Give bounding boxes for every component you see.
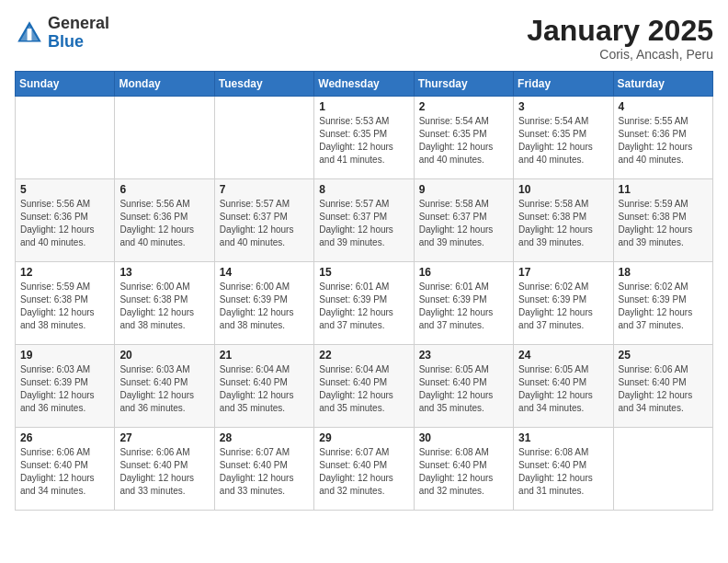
day-info: Sunrise: 5:59 AM Sunset: 6:38 PM Dayligh… <box>619 198 708 249</box>
calendar-cell: 26Sunrise: 6:06 AM Sunset: 6:40 PM Dayli… <box>16 428 115 511</box>
day-info: Sunrise: 6:01 AM Sunset: 6:39 PM Dayligh… <box>419 281 508 332</box>
calendar-cell: 6Sunrise: 5:56 AM Sunset: 6:36 PM Daylig… <box>115 179 214 262</box>
day-number: 18 <box>619 266 708 279</box>
logo: General Blue <box>15 15 109 52</box>
day-number: 9 <box>419 183 508 196</box>
calendar-cell: 4Sunrise: 5:55 AM Sunset: 6:36 PM Daylig… <box>613 97 712 179</box>
day-info: Sunrise: 6:06 AM Sunset: 6:40 PM Dayligh… <box>119 446 209 498</box>
day-number: 10 <box>518 183 608 196</box>
day-number: 25 <box>619 349 708 362</box>
calendar-cell: 12Sunrise: 5:59 AM Sunset: 6:38 PM Dayli… <box>16 262 115 345</box>
day-info: Sunrise: 5:56 AM Sunset: 6:36 PM Dayligh… <box>119 198 209 249</box>
calendar-cell: 18Sunrise: 6:02 AM Sunset: 6:39 PM Dayli… <box>613 262 712 345</box>
logo-text: General Blue <box>48 15 109 52</box>
calendar-cell: 9Sunrise: 5:58 AM Sunset: 6:37 PM Daylig… <box>414 179 513 262</box>
svg-rect-2 <box>28 29 32 40</box>
day-info: Sunrise: 6:06 AM Sunset: 6:40 PM Dayligh… <box>619 363 708 415</box>
day-info: Sunrise: 6:00 AM Sunset: 6:38 PM Dayligh… <box>119 281 209 332</box>
calendar-cell: 29Sunrise: 6:07 AM Sunset: 6:40 PM Dayli… <box>314 428 414 511</box>
calendar-cell: 13Sunrise: 6:00 AM Sunset: 6:38 PM Dayli… <box>115 262 214 345</box>
day-number: 14 <box>220 266 309 279</box>
calendar-cell: 24Sunrise: 6:05 AM Sunset: 6:40 PM Dayli… <box>514 345 613 428</box>
day-number: 13 <box>119 266 209 279</box>
day-info: Sunrise: 6:00 AM Sunset: 6:39 PM Dayligh… <box>220 281 309 332</box>
day-info: Sunrise: 5:56 AM Sunset: 6:36 PM Dayligh… <box>20 198 109 249</box>
day-info: Sunrise: 6:05 AM Sunset: 6:40 PM Dayligh… <box>419 363 508 415</box>
day-number: 24 <box>518 349 608 362</box>
calendar-body: 1Sunrise: 5:53 AM Sunset: 6:35 PM Daylig… <box>16 97 713 511</box>
calendar-week-row: 19Sunrise: 6:03 AM Sunset: 6:39 PM Dayli… <box>16 345 713 428</box>
day-number: 12 <box>20 266 109 279</box>
calendar-cell: 17Sunrise: 6:02 AM Sunset: 6:39 PM Dayli… <box>514 262 613 345</box>
day-number: 15 <box>319 266 408 279</box>
day-number: 8 <box>319 183 408 196</box>
calendar-cell: 8Sunrise: 5:57 AM Sunset: 6:37 PM Daylig… <box>314 179 414 262</box>
day-number: 30 <box>419 431 508 444</box>
weekday-header-row: SundayMondayTuesdayWednesdayThursdayFrid… <box>16 72 713 97</box>
calendar-cell: 10Sunrise: 5:58 AM Sunset: 6:38 PM Dayli… <box>514 179 613 262</box>
logo-icon <box>15 18 44 48</box>
day-info: Sunrise: 5:54 AM Sunset: 6:35 PM Dayligh… <box>419 115 508 167</box>
day-info: Sunrise: 6:07 AM Sunset: 6:40 PM Dayligh… <box>319 446 408 498</box>
day-info: Sunrise: 6:07 AM Sunset: 6:40 PM Dayligh… <box>220 446 309 498</box>
calendar-week-row: 12Sunrise: 5:59 AM Sunset: 6:38 PM Dayli… <box>16 262 713 345</box>
calendar-week-row: 5Sunrise: 5:56 AM Sunset: 6:36 PM Daylig… <box>16 179 713 262</box>
day-number: 20 <box>119 349 209 362</box>
day-number: 16 <box>419 266 508 279</box>
day-info: Sunrise: 6:05 AM Sunset: 6:40 PM Dayligh… <box>518 363 608 415</box>
day-number: 1 <box>319 100 408 113</box>
day-number: 26 <box>20 431 109 444</box>
day-info: Sunrise: 6:02 AM Sunset: 6:39 PM Dayligh… <box>518 281 608 332</box>
day-number: 2 <box>419 100 508 113</box>
calendar-cell: 1Sunrise: 5:53 AM Sunset: 6:35 PM Daylig… <box>314 97 414 179</box>
weekday-header-saturday: Saturday <box>613 72 712 97</box>
day-number: 28 <box>220 431 309 444</box>
day-info: Sunrise: 6:04 AM Sunset: 6:40 PM Dayligh… <box>220 363 309 415</box>
calendar-cell <box>214 97 313 179</box>
calendar-cell: 14Sunrise: 6:00 AM Sunset: 6:39 PM Dayli… <box>214 262 313 345</box>
day-info: Sunrise: 6:03 AM Sunset: 6:40 PM Dayligh… <box>119 363 209 415</box>
day-info: Sunrise: 5:57 AM Sunset: 6:37 PM Dayligh… <box>220 198 309 249</box>
day-number: 21 <box>220 349 309 362</box>
day-number: 7 <box>220 183 309 196</box>
calendar-cell: 27Sunrise: 6:06 AM Sunset: 6:40 PM Dayli… <box>115 428 214 511</box>
day-info: Sunrise: 5:55 AM Sunset: 6:36 PM Dayligh… <box>619 115 708 167</box>
calendar-cell: 7Sunrise: 5:57 AM Sunset: 6:37 PM Daylig… <box>214 179 313 262</box>
logo-blue-text: Blue <box>48 33 109 52</box>
day-info: Sunrise: 6:01 AM Sunset: 6:39 PM Dayligh… <box>319 281 408 332</box>
calendar-header: SundayMondayTuesdayWednesdayThursdayFrid… <box>16 72 713 97</box>
calendar-cell: 5Sunrise: 5:56 AM Sunset: 6:36 PM Daylig… <box>16 179 115 262</box>
calendar-cell: 16Sunrise: 6:01 AM Sunset: 6:39 PM Dayli… <box>414 262 513 345</box>
day-number: 17 <box>518 266 608 279</box>
day-number: 5 <box>20 183 109 196</box>
calendar-week-row: 26Sunrise: 6:06 AM Sunset: 6:40 PM Dayli… <box>16 428 713 511</box>
calendar-cell: 25Sunrise: 6:06 AM Sunset: 6:40 PM Dayli… <box>613 345 712 428</box>
calendar-cell: 28Sunrise: 6:07 AM Sunset: 6:40 PM Dayli… <box>214 428 313 511</box>
calendar-cell: 15Sunrise: 6:01 AM Sunset: 6:39 PM Dayli… <box>314 262 414 345</box>
day-info: Sunrise: 6:08 AM Sunset: 6:40 PM Dayligh… <box>518 446 608 498</box>
calendar-cell: 22Sunrise: 6:04 AM Sunset: 6:40 PM Dayli… <box>314 345 414 428</box>
weekday-header-thursday: Thursday <box>414 72 513 97</box>
day-info: Sunrise: 5:58 AM Sunset: 6:38 PM Dayligh… <box>518 198 608 249</box>
calendar-cell: 20Sunrise: 6:03 AM Sunset: 6:40 PM Dayli… <box>115 345 214 428</box>
day-number: 4 <box>619 100 708 113</box>
day-info: Sunrise: 5:53 AM Sunset: 6:35 PM Dayligh… <box>319 115 408 167</box>
day-info: Sunrise: 5:54 AM Sunset: 6:35 PM Dayligh… <box>518 115 608 167</box>
calendar-cell: 11Sunrise: 5:59 AM Sunset: 6:38 PM Dayli… <box>613 179 712 262</box>
calendar-cell: 30Sunrise: 6:08 AM Sunset: 6:40 PM Dayli… <box>414 428 513 511</box>
calendar-cell <box>115 97 214 179</box>
calendar-cell: 23Sunrise: 6:05 AM Sunset: 6:40 PM Dayli… <box>414 345 513 428</box>
day-info: Sunrise: 5:59 AM Sunset: 6:38 PM Dayligh… <box>20 281 109 332</box>
day-number: 6 <box>119 183 209 196</box>
day-info: Sunrise: 6:08 AM Sunset: 6:40 PM Dayligh… <box>419 446 508 498</box>
calendar-cell: 31Sunrise: 6:08 AM Sunset: 6:40 PM Dayli… <box>514 428 613 511</box>
day-info: Sunrise: 6:03 AM Sunset: 6:39 PM Dayligh… <box>20 363 109 415</box>
calendar-cell <box>613 428 712 511</box>
day-info: Sunrise: 5:58 AM Sunset: 6:37 PM Dayligh… <box>419 198 508 249</box>
header: General Blue January 2025 Coris, Ancash,… <box>15 15 713 62</box>
calendar-cell: 3Sunrise: 5:54 AM Sunset: 6:35 PM Daylig… <box>514 97 613 179</box>
weekday-header-friday: Friday <box>514 72 613 97</box>
logo-general-text: General <box>48 15 109 33</box>
day-info: Sunrise: 5:57 AM Sunset: 6:37 PM Dayligh… <box>319 198 408 249</box>
day-number: 19 <box>20 349 109 362</box>
